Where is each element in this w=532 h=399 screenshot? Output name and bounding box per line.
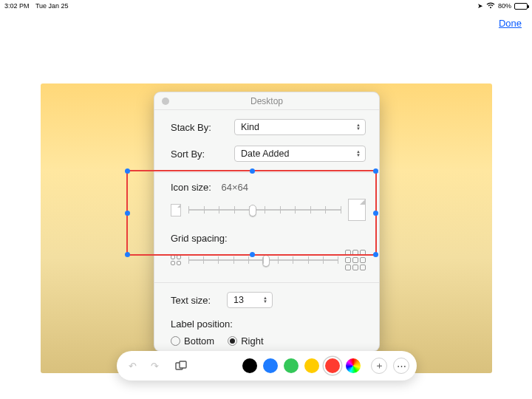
label-position-right[interactable]: Right — [228, 335, 263, 347]
resize-handle[interactable] — [373, 211, 378, 216]
stack-by-value: Kind — [241, 122, 259, 132]
markup-selection-rect[interactable] — [126, 170, 377, 256]
undo-button[interactable]: ↶ — [124, 358, 140, 374]
text-size-value: 13 — [233, 295, 244, 305]
color-green[interactable] — [284, 358, 299, 373]
more-button[interactable]: ⋯ — [393, 358, 409, 374]
text-size-popup[interactable]: 13 ▲▼ — [227, 292, 273, 308]
color-black[interactable] — [242, 358, 257, 373]
resize-handle[interactable] — [250, 168, 255, 174]
status-date: Tue Jan 25 — [35, 2, 69, 10]
window-titlebar: Desktop — [154, 92, 379, 110]
redo-button[interactable]: ↷ — [146, 358, 163, 374]
color-blue[interactable] — [263, 358, 278, 373]
resize-handle[interactable] — [125, 211, 130, 216]
stack-by-popup[interactable]: Kind ▲▼ — [234, 119, 366, 135]
markup-toolbar: ↶ ↷ ＋ ⋯ — [117, 351, 417, 381]
label-position-label: Label position: — [171, 318, 366, 330]
svg-rect-1 — [180, 361, 186, 368]
traffic-light-close — [162, 98, 169, 105]
color-swatches — [242, 358, 361, 373]
color-red[interactable] — [325, 358, 340, 373]
sort-by-value: Date Added — [241, 149, 289, 159]
sort-by-popup[interactable]: Date Added ▲▼ — [234, 146, 366, 162]
wifi-icon — [486, 2, 495, 10]
color-picker[interactable] — [346, 358, 361, 373]
status-time: 3:02 PM — [4, 2, 30, 10]
resize-handle[interactable] — [125, 252, 130, 257]
chevron-updown-icon: ▲▼ — [356, 150, 361, 157]
resize-handle[interactable] — [125, 168, 130, 174]
resize-handle[interactable] — [250, 252, 255, 257]
label-position-bottom[interactable]: Bottom — [171, 335, 214, 347]
sort-by-label: Sort By: — [171, 149, 234, 160]
resize-handle[interactable] — [373, 252, 378, 257]
ipad-status-bar: 3:02 PM Tue Jan 25 ➤ 80% — [0, 0, 532, 12]
location-icon: ➤ — [477, 2, 483, 10]
chevron-updown-icon: ▲▼ — [356, 123, 361, 131]
chevron-updown-icon: ▲▼ — [263, 296, 267, 304]
text-size-label: Text size: — [171, 295, 227, 306]
battery-pct: 80% — [498, 2, 511, 10]
add-button[interactable]: ＋ — [371, 358, 387, 374]
resize-handle[interactable] — [373, 168, 378, 174]
grid-spacing-slider[interactable] — [188, 255, 338, 265]
window-title: Desktop — [250, 96, 283, 106]
color-yellow[interactable] — [304, 358, 319, 373]
stack-by-label: Stack By: — [171, 122, 234, 133]
battery-icon — [514, 3, 528, 10]
grid-tight-icon — [171, 255, 181, 265]
shapes-button[interactable] — [173, 358, 189, 374]
done-button[interactable]: Done — [499, 18, 522, 29]
